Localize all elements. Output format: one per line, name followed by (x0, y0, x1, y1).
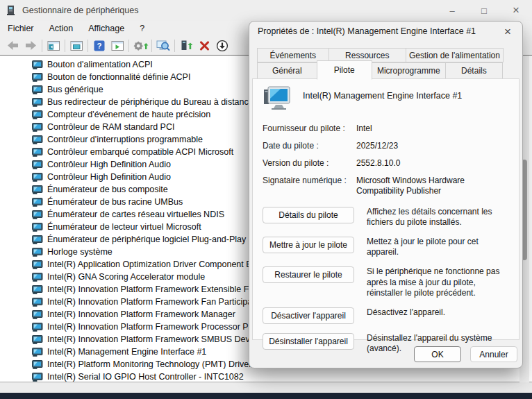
tab-gestion-alimentation[interactable]: Gestion de l'alimentation (406, 48, 504, 62)
menu-fichier[interactable]: Fichier (0, 22, 42, 35)
tab-microprogramme[interactable]: Microprogramme (372, 62, 446, 79)
dialog-title: Propriétés de : Intel(R) Management Engi… (258, 26, 476, 36)
device-monitor-icon (32, 260, 44, 269)
update-driver-gear-icon[interactable] (131, 38, 149, 53)
device-monitor-icon (32, 373, 44, 382)
menu-affichage[interactable]: Affichage (81, 22, 132, 35)
tab-pilote[interactable]: Pilote (317, 60, 372, 80)
tree-item-label: Intel(R) Innovation Platform Framework F… (47, 297, 257, 307)
device-monitor-icon (32, 198, 44, 207)
tree-item-label: Intel(R) Innovation Platform Framework P… (47, 322, 256, 332)
device-monitor-icon (32, 235, 44, 244)
device-manager-app-icon (6, 5, 17, 16)
device-monitor-icon (32, 148, 44, 157)
tree-item-label: Énumérateur de bus composite (47, 185, 168, 194)
tree-item-label: Bus générique (47, 85, 103, 94)
back-arrow-icon[interactable] (3, 38, 22, 53)
device-monitor-icon (32, 98, 44, 107)
dialog-close-icon[interactable]: × (500, 24, 515, 40)
tree-item[interactable]: Intel(R) Serial IO GPIO Host Controller … (32, 371, 532, 382)
device-monitor-icon (32, 310, 44, 319)
field-label-signataire: Signataire numérique : (263, 176, 356, 196)
device-monitor-icon (32, 298, 44, 307)
scan-hardware-magnifier-icon[interactable] (154, 38, 172, 53)
device-monitor-icon (32, 210, 44, 219)
device-monitor-icon (32, 173, 44, 182)
window-bottom-strip (0, 382, 532, 393)
close-button[interactable]: × (500, 0, 532, 21)
tree-item-label: Contrôleur High Definition Audio (47, 160, 171, 169)
field-value-date: 2025/12/23 (356, 141, 509, 151)
tree-item-label: Intel(R) Platform Monitoring Technology … (47, 359, 251, 369)
device-monitor-icon (32, 360, 44, 369)
field-value-signataire: Microsoft Windows Hardware Compatibility… (356, 176, 509, 196)
tab-row-front: Général Pilote Microprogramme Détails (257, 62, 505, 79)
tree-item-label: Intel(R) Innovation Platform Framework M… (47, 309, 235, 319)
device-monitor-icon (32, 273, 44, 282)
tree-item-label: Contrôleur High Definition Audio (47, 172, 171, 182)
tree-item-label: Contrôleur de RAM standard PCI (47, 122, 174, 132)
device-monitor-icon (32, 223, 44, 232)
disable-down-circle-icon[interactable] (213, 38, 231, 53)
rollback-driver-desc: Si le périphérique ne fonctionne pas apr… (367, 266, 509, 298)
device-name: Intel(R) Management Engine Interface #1 (303, 91, 462, 101)
window-title: Gestionnaire de périphériques (22, 6, 138, 15)
forward-arrow-icon[interactable] (22, 38, 40, 53)
menu-action[interactable]: Action (42, 22, 81, 35)
action-window-icon[interactable] (108, 38, 126, 53)
properties-window-icon[interactable] (67, 38, 85, 53)
device-monitor-icon (32, 160, 44, 169)
rollback-driver-button[interactable]: Restaurer le pilote (263, 266, 354, 283)
tree-item-label: Intel(R) Innovation Platform Framework S… (47, 334, 261, 344)
tree-item-label: Intel(R) Application Optimization Driver… (47, 260, 252, 269)
field-value-version: 2552.8.10.0 (356, 158, 509, 169)
minimize-button[interactable]: – (436, 0, 468, 21)
tree-item-label: Énumérateur de lecteur virtuel Microsoft (47, 222, 201, 232)
disable-device-button[interactable]: Désactiver l'appareil (263, 307, 354, 324)
driver-details-button[interactable]: Détails du pilote (263, 207, 354, 223)
driver-actions: Détails du pilote Affichez les détails c… (263, 207, 509, 354)
device-monitor-icon (32, 110, 44, 119)
field-value-fournisseur: Intel (356, 124, 509, 134)
svg-text:?: ? (97, 42, 101, 50)
field-label-date: Date du pilote : (263, 141, 356, 151)
taskbar-edge (0, 393, 532, 399)
help-icon[interactable]: ? (90, 38, 108, 53)
tree-item-label: Contrôleur d'interruptions programmable (47, 135, 203, 144)
uninstall-x-icon[interactable] (195, 38, 213, 53)
console-tree-icon[interactable] (44, 38, 63, 53)
tree-item-label: Énumérateur de périphérique logiciel Plu… (47, 235, 246, 244)
tree-item-label: Énumérateur de bus racine UMBus (47, 197, 183, 207)
pilote-tab-panel: Intel(R) Management Engine Interface #1 … (252, 78, 519, 340)
driver-device-up-icon[interactable] (177, 38, 195, 53)
device-monitor-icon (32, 73, 44, 82)
tab-general[interactable]: Général (257, 62, 317, 79)
driver-details-desc: Affichez les détails concernant les fich… (367, 207, 509, 228)
tab-row-back: Événements Ressources Gestion de l'alime… (257, 48, 505, 62)
device-monitor-icon (32, 285, 44, 294)
maximize-button[interactable]: □ (468, 0, 500, 21)
tab-details[interactable]: Détails (445, 62, 503, 79)
field-label-version: Version du pilote : (263, 158, 356, 169)
update-driver-button[interactable]: Mettre à jour le pilote (263, 237, 354, 253)
tree-item-label: Bouton d'alimentation ACPI (47, 60, 153, 69)
device-large-icon (263, 85, 292, 113)
uninstall-device-desc: Désinstallez l'appareil du système (avan… (367, 333, 509, 354)
device-monitor-icon (32, 60, 44, 69)
tree-item-label: Bouton de fonctionnalité définie ACPI (47, 72, 190, 82)
device-monitor-icon (32, 185, 44, 194)
field-label-fournisseur: Fournisseur du pilote : (263, 124, 356, 134)
device-monitor-icon (32, 135, 44, 144)
tree-item-label: Intel(R) Innovation Platform Framework E… (47, 285, 257, 294)
menu-help[interactable]: ? (132, 22, 152, 35)
tree-item-label: Intel(R) Serial IO GPIO Host Controller … (47, 372, 244, 382)
tree-item-label: Bus redirecteur de périphérique du Burea… (47, 97, 253, 107)
tree-item-label: Énumérateur de cartes réseau virtuelles … (47, 210, 224, 219)
device-monitor-icon (32, 248, 44, 257)
device-monitor-icon (32, 323, 44, 332)
tree-item-label: Compteur d'événement de haute précision (47, 110, 210, 119)
driver-fields: Fournisseur du pilote : Intel Date du pi… (263, 124, 509, 196)
tree-item-label: Intel(R) Management Engine Interface #1 (47, 347, 206, 357)
screen: Gestionnaire de périphériques – □ × Fich… (0, 0, 532, 399)
uninstall-device-button[interactable]: Désinstaller l'appareil (263, 333, 354, 350)
